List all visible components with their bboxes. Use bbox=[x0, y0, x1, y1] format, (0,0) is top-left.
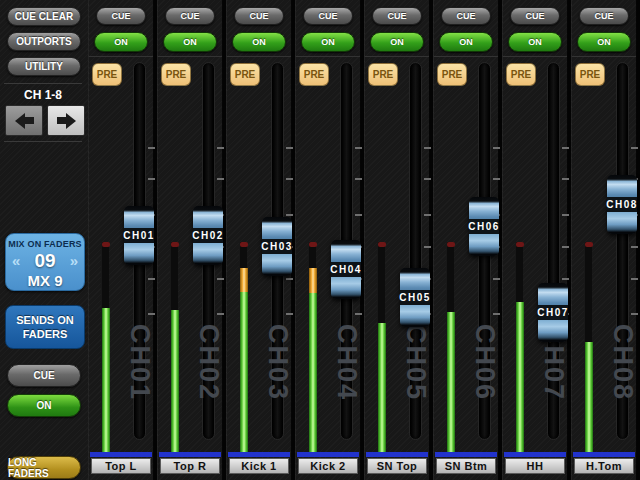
meter-fill-orange bbox=[240, 268, 248, 292]
fader-cap-label: CH02 bbox=[193, 228, 223, 243]
fader-cap[interactable]: CH08 bbox=[607, 175, 637, 234]
utility-button[interactable]: UTILITY bbox=[7, 57, 81, 76]
cue-button[interactable]: CUE bbox=[165, 7, 215, 25]
cue-clear-button[interactable]: CUE CLEAR bbox=[7, 7, 81, 26]
fader-cap[interactable]: CH01 bbox=[124, 206, 154, 265]
on-button[interactable]: ON bbox=[163, 32, 217, 52]
fader-scale-tick bbox=[217, 178, 224, 180]
mix-prev-icon[interactable]: « bbox=[12, 254, 20, 268]
on-button[interactable]: ON bbox=[94, 32, 148, 52]
level-meter bbox=[446, 242, 454, 452]
pre-badge[interactable]: PRE bbox=[506, 63, 536, 86]
on-button[interactable]: ON bbox=[577, 32, 631, 52]
bank-next-button[interactable] bbox=[47, 105, 85, 136]
cue-button[interactable]: CUE bbox=[579, 7, 629, 25]
fader-scale-tick bbox=[286, 214, 293, 216]
fader-cap[interactable]: CH07 bbox=[538, 283, 568, 342]
cue-button[interactable]: CUE bbox=[303, 7, 353, 25]
strip-divider bbox=[572, 56, 636, 57]
strip-divider bbox=[296, 56, 360, 57]
pre-badge[interactable]: PRE bbox=[575, 63, 605, 86]
channel-name[interactable]: Top R bbox=[160, 458, 220, 474]
channel-name[interactable]: H.Tom bbox=[574, 458, 634, 474]
sidebar-divider bbox=[4, 83, 82, 84]
sidebar-divider bbox=[4, 141, 82, 142]
channel-color-bar bbox=[90, 452, 152, 457]
level-meter bbox=[308, 242, 316, 452]
channel-name[interactable]: Top L bbox=[91, 458, 151, 474]
meter-fill-green bbox=[378, 323, 386, 452]
cue-button[interactable]: CUE bbox=[372, 7, 422, 25]
fader-scale-tick bbox=[562, 278, 569, 280]
peak-indicator bbox=[102, 242, 110, 247]
long-faders-button[interactable]: LONG FADERS bbox=[7, 456, 81, 479]
pre-badge[interactable]: PRE bbox=[230, 63, 260, 86]
channel-ghost-label: CH03 bbox=[265, 324, 291, 456]
fader-scale-tick bbox=[148, 278, 155, 280]
on-button[interactable]: ON bbox=[370, 32, 424, 52]
fader-cap[interactable]: CH05 bbox=[400, 268, 430, 327]
outports-button[interactable]: OUTPORTS bbox=[7, 32, 81, 51]
meter-fill-green bbox=[102, 308, 110, 452]
channel-name[interactable]: Kick 2 bbox=[298, 458, 358, 474]
cue-button[interactable]: CUE bbox=[96, 7, 146, 25]
channel-ghost-label: CH08 bbox=[610, 324, 636, 456]
fader-cap[interactable]: CH02 bbox=[193, 206, 223, 265]
cue-button[interactable]: CUE bbox=[441, 7, 491, 25]
peak-indicator bbox=[240, 242, 248, 247]
sends-on-faders-line2: FADERS bbox=[23, 327, 68, 341]
channel-strip: CUE ON PRE CH07 CH07 HH bbox=[502, 0, 568, 480]
level-meter bbox=[515, 242, 523, 452]
pre-badge[interactable]: PRE bbox=[437, 63, 467, 86]
channel-name[interactable]: SN Btm bbox=[436, 458, 496, 474]
meter-fill-green bbox=[447, 312, 455, 452]
sends-on-faders-button[interactable]: SENDS ON FADERS bbox=[5, 305, 85, 349]
fader-scale-tick bbox=[424, 214, 431, 216]
fader-scale-tick bbox=[493, 313, 500, 315]
on-button[interactable]: ON bbox=[508, 32, 562, 52]
fader-scale-tick bbox=[355, 178, 362, 180]
cue-button[interactable]: CUE bbox=[510, 7, 560, 25]
channel-strip: CUE ON PRE CH04 CH04 Kick 2 bbox=[295, 0, 361, 480]
fader-scale-tick bbox=[424, 147, 431, 149]
pre-badge[interactable]: PRE bbox=[299, 63, 329, 86]
fader-cap[interactable]: CH04 bbox=[331, 240, 361, 299]
pre-badge[interactable]: PRE bbox=[368, 63, 398, 86]
strip-divider bbox=[158, 56, 222, 57]
sidebar-on-button[interactable]: ON bbox=[7, 394, 81, 417]
channel-strip: CUE ON PRE CH05 CH05 SN Top bbox=[364, 0, 430, 480]
channel-strips: CUE ON PRE CH01 CH01 Top L CUE ON PRE CH… bbox=[88, 0, 640, 480]
strip-divider bbox=[89, 56, 153, 57]
peak-indicator bbox=[516, 242, 524, 247]
on-button[interactable]: ON bbox=[439, 32, 493, 52]
strip-divider bbox=[503, 56, 567, 57]
channel-name[interactable]: Kick 1 bbox=[229, 458, 289, 474]
channel-strip: CUE ON PRE CH06 CH06 SN Btm bbox=[433, 0, 499, 480]
fader-scale-tick bbox=[355, 147, 362, 149]
sidebar-cue-button[interactable]: CUE bbox=[7, 364, 81, 387]
level-meter bbox=[101, 242, 109, 452]
channel-color-bar bbox=[366, 452, 428, 457]
pre-badge[interactable]: PRE bbox=[92, 63, 122, 86]
on-button[interactable]: ON bbox=[232, 32, 286, 52]
mix-on-faders-panel[interactable]: MIX ON FADERS « 09 » MX 9 bbox=[5, 233, 85, 291]
fader-scale-tick bbox=[562, 178, 569, 180]
channel-name[interactable]: SN Top bbox=[367, 458, 427, 474]
fader-scale-tick bbox=[217, 147, 224, 149]
arrow-right-icon bbox=[57, 113, 76, 129]
arrow-left-icon bbox=[15, 113, 34, 129]
fader-cap[interactable]: CH06 bbox=[469, 197, 499, 256]
level-meter bbox=[239, 242, 247, 452]
fader-scale-tick bbox=[631, 246, 638, 248]
cue-button[interactable]: CUE bbox=[234, 7, 284, 25]
pre-badge[interactable]: PRE bbox=[161, 63, 191, 86]
mix-next-icon[interactable]: » bbox=[70, 254, 78, 268]
bank-prev-button[interactable] bbox=[5, 105, 43, 136]
fader-scale-tick bbox=[493, 278, 500, 280]
fader-cap[interactable]: CH03 bbox=[262, 217, 292, 276]
meter-fill-green bbox=[585, 342, 593, 452]
mix-number: 09 bbox=[34, 250, 55, 272]
channel-ghost-label: CH02 bbox=[196, 324, 222, 456]
on-button[interactable]: ON bbox=[301, 32, 355, 52]
channel-name[interactable]: HH bbox=[505, 458, 565, 474]
